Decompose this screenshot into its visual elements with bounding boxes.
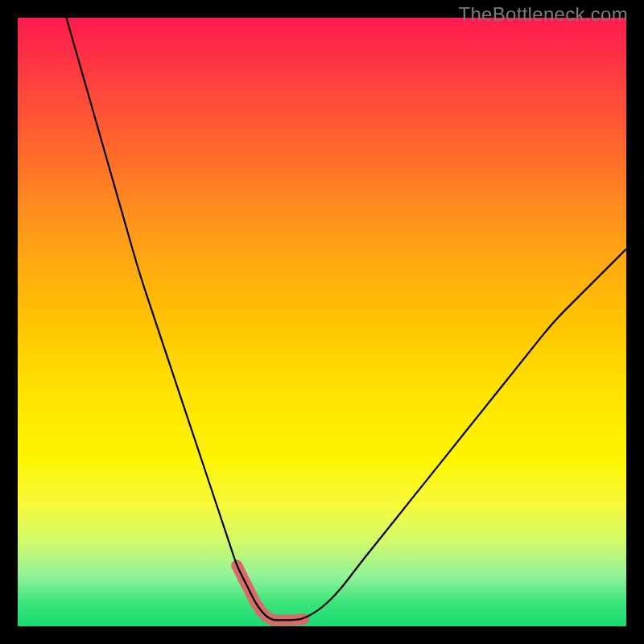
chart-frame: TheBottleneck.com <box>0 0 644 644</box>
chart-svg <box>18 18 626 626</box>
curve-line <box>66 18 626 620</box>
watermark-text: TheBottleneck.com <box>458 3 628 26</box>
plot-area <box>18 18 626 626</box>
highlight-region <box>237 565 303 620</box>
